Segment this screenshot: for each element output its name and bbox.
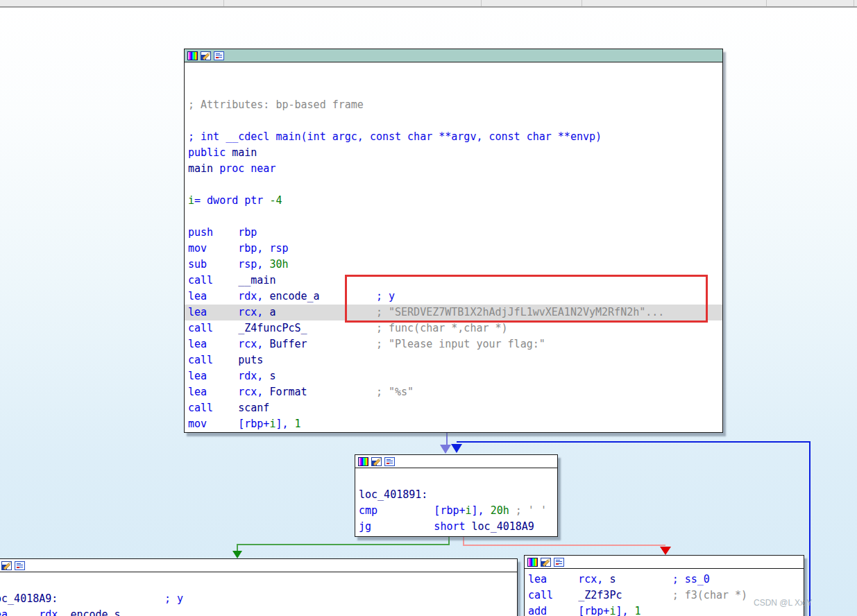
code-line[interactable]: jg short loc_4018A9 [355,519,557,535]
node-edit-icon[interactable] [541,558,551,567]
node-edit-icon[interactable] [201,51,211,60]
code-token-num: -4 [269,194,282,207]
code-token-name: loc_4018A9: [0,592,58,605]
code-token-ins: add [rbp+ [528,605,609,616]
code-token-ins: mov rbp, rsp [188,242,289,255]
node-group-icon[interactable] [554,558,564,567]
code-token-cmtb: ; int __cdecl main(int argc, const char … [188,130,602,143]
disassembly-code[interactable]: lea rcx, s ; ss_0call _Z2f3Pc ; f3(char … [525,569,804,616]
node-group-icon[interactable] [15,561,25,570]
code-token-ins: lea rdx, [188,370,269,382]
disassembly-code[interactable]: ; Attributes: bp-based frame ; int __cde… [185,62,722,432]
code-line[interactable]: mov rbp, rsp [185,241,722,257]
code-token-num: 1 [295,418,301,430]
code-line[interactable]: ; Attributes: bp-based frame [185,97,722,113]
window-top-strip [0,0,857,8]
edge-loopback-vertical [809,441,811,616]
code-line[interactable]: public main [185,145,722,161]
disassembly-code[interactable]: loc_4018A9: ; ylea rdx, encode_s [0,572,517,616]
code-line[interactable]: cmp [rbp+i], 20h ; ' ' [355,503,557,519]
basic-block-loc-4018A9[interactable]: loc_4018A9: ; ylea rdx, encode_s [0,558,518,616]
code-line[interactable] [185,65,722,81]
code-line[interactable]: main proc near [185,161,722,177]
code-line[interactable]: mov [rbp+i], 1 [185,416,722,432]
code-token-ins: cmp [rbp+ [359,504,466,517]
code-token-name: Buffer [269,338,307,350]
code-token-name: encode_a [269,290,319,302]
code-token-cmtb: ; ss_0 [672,573,710,585]
edge-false-exit [463,536,464,545]
code-line[interactable]: i= dword ptr -4 [185,193,722,209]
code-token-ins: call [188,322,238,334]
code-line[interactable]: lea rdx, s [185,368,722,384]
code-token-ins: ], [275,418,294,430]
code-token-name: encode_s [70,608,120,616]
code-token-ins: sub rsp, [188,258,269,271]
node-color-icon[interactable] [187,51,198,60]
basic-block-loc-401891[interactable]: loc_401891:cmp [rbp+i], 20h ; ' 'jg shor… [355,454,558,537]
code-token-cmtb: ; y [164,592,183,605]
annotation-red-box [345,275,708,323]
basic-block-main[interactable]: ; Attributes: bp-based frame ; int __cde… [184,49,723,433]
node-edit-icon[interactable] [1,561,12,570]
code-line[interactable]: loc_401891: [355,487,557,503]
code-token-num: 20h [491,504,509,517]
watermark: CSDN @L Xx Y [754,598,812,608]
code-token-ins: public [188,146,232,159]
code-token-ins: ], [472,504,491,517]
code-token-name: loc_401891: [359,488,427,501]
code-token-cmt: ; "%s" [376,386,414,398]
code-token-ins: call [528,589,578,601]
code-token-name: _Z4funcPcS_ [238,322,307,334]
node-group-icon[interactable] [214,51,224,60]
code-line[interactable] [185,81,722,97]
tab-separator [223,0,224,6]
code-line[interactable]: ; int __cdecl main(int argc, const char … [185,129,722,145]
code-token-ins: lea rcx, [528,573,609,585]
code-token-ins: call [188,274,238,286]
code-token-ins: lea rcx, [188,338,269,350]
node-title-bar[interactable] [185,49,722,62]
code-line[interactable] [0,575,517,591]
node-color-icon[interactable] [527,558,538,567]
node-title-bar[interactable] [525,556,804,569]
code-token-name: puts [238,354,263,366]
code-line[interactable] [355,471,557,487]
code-line[interactable]: call puts [185,352,722,368]
node-title-bar[interactable] [355,455,557,468]
node-group-icon[interactable] [384,457,395,466]
code-token-ins: ], [616,605,634,616]
code-token-txt [307,338,376,350]
code-line[interactable]: call scanf [185,400,722,416]
code-token-ins: call [188,402,238,414]
code-line[interactable] [185,113,722,129]
code-line[interactable]: sub rsp, 30h [185,257,722,273]
code-line[interactable]: loc_4018A9: ; y [0,591,517,607]
edge-loopback-horizontal [457,441,811,443]
node-color-icon[interactable] [358,457,368,466]
code-token-ins: jg short [359,520,472,533]
code-line[interactable]: push rbp [185,225,722,241]
code-token-name: s [269,370,275,382]
code-token-ins: lea rdx, [188,290,269,302]
code-token-cmt: ; f3(char *) [672,589,747,601]
disassembly-code[interactable]: loc_401891:cmp [rbp+i], 20h ; ' 'jg shor… [355,468,557,535]
arrowhead-loopback [451,444,462,453]
code-line[interactable]: lea rcx, s ; ss_0 [525,572,804,588]
code-line[interactable]: lea rdx, encode_s [0,607,517,616]
code-token-name: main [188,162,213,175]
code-line[interactable] [185,209,722,225]
code-token-ins: lea rdx, [0,608,70,616]
code-line[interactable]: lea rcx, Format ; "%s" [185,384,722,400]
code-line[interactable] [185,177,722,193]
ida-graph-view: ; Attributes: bp-based frame ; int __cde… [0,0,857,616]
code-line[interactable]: lea rcx, Buffer ; "Please input your fla… [185,336,722,352]
code-token-cmt: ; func(char *,char *) [376,322,508,334]
node-title-bar[interactable] [0,559,517,572]
code-token-num: 1 [635,605,641,616]
tab-separator [854,0,854,6]
arrowhead-false [660,547,671,555]
code-token-name: main [232,146,257,159]
code-line[interactable]: call _Z4funcPcS_ ; func(char *,char *) [185,320,722,336]
node-edit-icon[interactable] [371,457,382,466]
